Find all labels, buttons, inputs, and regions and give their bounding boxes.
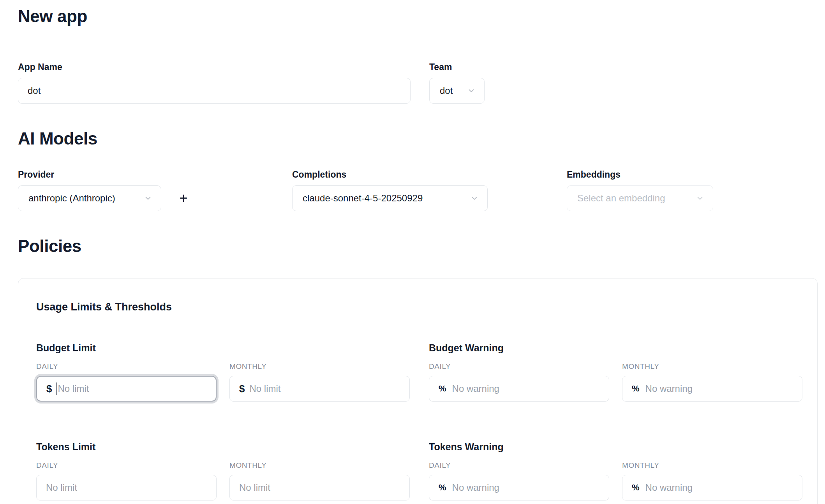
completions-label: Completions: [292, 169, 488, 180]
ai-models-heading: AI Models: [18, 129, 825, 149]
tokens-limit-daily-field[interactable]: [36, 475, 217, 500]
budget-warning-monthly-field[interactable]: %: [622, 376, 802, 402]
tokens-warning-label: Tokens Warning: [429, 441, 802, 453]
team-field-group: Team dot: [429, 62, 485, 104]
embeddings-label: Embeddings: [567, 169, 713, 180]
new-app-page: New app App Name Team dot AI Models Prov…: [0, 0, 825, 504]
percent-prefix: %: [632, 483, 640, 493]
tokens-warning-monthly-field[interactable]: %: [622, 475, 802, 500]
budget-policy-row: Budget Limit DAILY $ MONTHLY $: [36, 342, 802, 402]
dollar-prefix: $: [46, 383, 52, 395]
tokens-limit-daily-input[interactable]: [46, 482, 208, 493]
tokens-limit-monthly-input[interactable]: [239, 482, 402, 493]
provider-label: Provider: [18, 169, 161, 180]
chevron-down-icon: [144, 194, 152, 203]
tokens-warning-daily-field[interactable]: %: [429, 475, 609, 500]
completions-select[interactable]: claude-sonnet-4-5-20250929: [292, 185, 488, 211]
budget-warning-monthly-input[interactable]: [645, 383, 794, 394]
budget-warning-group: Budget Warning DAILY % MONTHLY %: [429, 342, 802, 402]
percent-prefix: %: [439, 483, 446, 493]
embeddings-select[interactable]: Select an embedding: [567, 185, 713, 211]
budget-warning-monthly-label: MONTHLY: [622, 362, 802, 371]
completions-field-group: Completions claude-sonnet-4-5-20250929: [292, 169, 488, 211]
tokens-warning-monthly-label: MONTHLY: [622, 461, 802, 470]
tokens-policy-row: Tokens Limit DAILY MONTHLY: [36, 441, 802, 500]
tokens-limit-monthly-field[interactable]: [229, 475, 410, 500]
provider-field-group: Provider anthropic (Anthropic): [18, 169, 161, 211]
usage-limits-card: Usage Limits & Thresholds Budget Limit D…: [18, 278, 818, 504]
budget-limit-group: Budget Limit DAILY $ MONTHLY $: [36, 342, 410, 402]
team-select-value: dot: [440, 85, 453, 96]
budget-limit-monthly-input[interactable]: [249, 383, 402, 394]
tokens-warning-daily-label: DAILY: [429, 461, 609, 470]
budget-limit-daily-field[interactable]: $: [36, 376, 217, 402]
percent-prefix: %: [632, 384, 640, 394]
text-caret: [56, 382, 57, 395]
embeddings-field-group: Embeddings Select an embedding: [567, 169, 713, 211]
app-name-input[interactable]: [18, 78, 411, 104]
usage-limits-card-title: Usage Limits & Thresholds: [36, 300, 802, 314]
budget-limit-label: Budget Limit: [36, 342, 410, 354]
tokens-limit-monthly-label: MONTHLY: [229, 461, 410, 470]
policies-heading: Policies: [18, 236, 825, 256]
tokens-limit-group: Tokens Limit DAILY MONTHLY: [36, 441, 410, 500]
chevron-down-icon: [470, 194, 479, 203]
team-label: Team: [429, 62, 485, 72]
tokens-warning-daily-input[interactable]: [452, 482, 601, 493]
provider-select-value: anthropic (Anthropic): [28, 193, 115, 204]
tokens-warning-monthly-input[interactable]: [645, 482, 794, 493]
app-name-field-group: App Name: [18, 62, 411, 104]
budget-limit-monthly-field[interactable]: $: [229, 376, 410, 402]
budget-warning-daily-input[interactable]: [452, 383, 601, 394]
budget-limit-monthly-label: MONTHLY: [229, 362, 410, 371]
percent-prefix: %: [439, 384, 446, 394]
completions-select-value: claude-sonnet-4-5-20250929: [303, 193, 423, 204]
budget-warning-label: Budget Warning: [429, 342, 802, 354]
tokens-warning-group: Tokens Warning DAILY % MONTHLY %: [429, 441, 802, 500]
chevron-down-icon: [467, 86, 476, 95]
budget-limit-daily-input[interactable]: [58, 383, 208, 394]
dollar-prefix: $: [239, 383, 245, 395]
app-identity-row: App Name Team dot: [18, 62, 825, 104]
ai-models-row: Provider anthropic (Anthropic) + Complet…: [18, 169, 825, 211]
embeddings-select-placeholder: Select an embedding: [577, 193, 665, 204]
page-title: New app: [18, 6, 825, 26]
chevron-down-icon: [696, 194, 704, 203]
budget-limit-daily-label: DAILY: [36, 362, 217, 371]
budget-warning-daily-field[interactable]: %: [429, 376, 609, 402]
team-select[interactable]: dot: [429, 78, 485, 104]
add-provider-button[interactable]: +: [178, 190, 189, 206]
app-name-label: App Name: [18, 62, 411, 72]
provider-select[interactable]: anthropic (Anthropic): [18, 185, 161, 211]
tokens-limit-label: Tokens Limit: [36, 441, 410, 453]
tokens-limit-daily-label: DAILY: [36, 461, 217, 470]
budget-warning-daily-label: DAILY: [429, 362, 609, 371]
